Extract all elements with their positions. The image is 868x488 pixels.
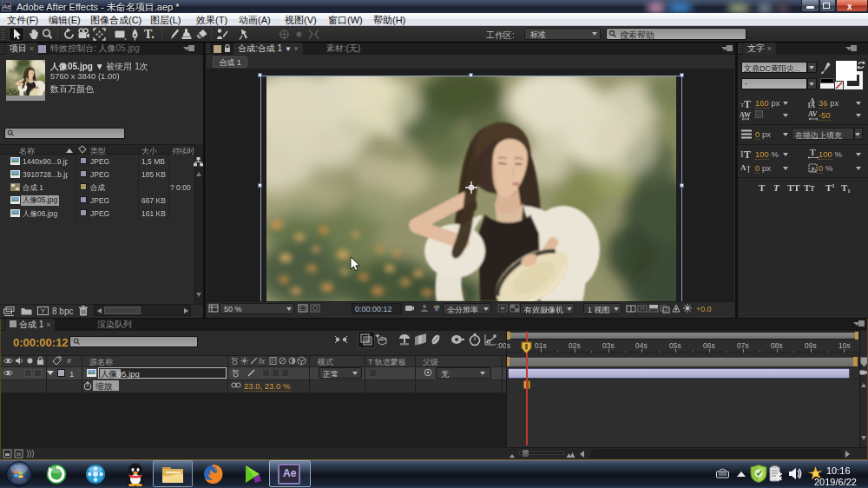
svg-text:T: T xyxy=(810,148,816,157)
svg-text:lA: lA xyxy=(808,102,815,109)
svg-text:fx: fx xyxy=(259,357,266,366)
svg-text:A: A xyxy=(740,163,746,172)
svg-text:AW: AW xyxy=(740,111,751,119)
svg-text:T: T xyxy=(744,148,751,159)
svg-text:あ: あ xyxy=(811,166,817,173)
svg-text:T: T xyxy=(744,98,751,109)
svg-text:AV: AV xyxy=(808,110,818,118)
